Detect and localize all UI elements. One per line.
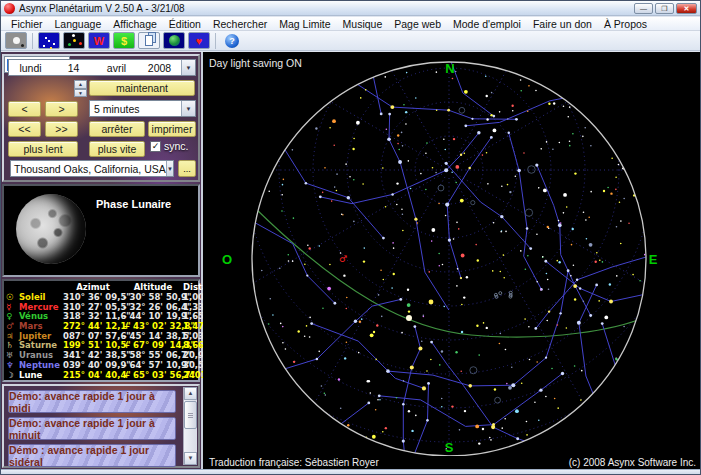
moon-phase-panel: Phase Lunaire bbox=[2, 184, 200, 277]
planet-symbol: ☿ bbox=[6, 302, 19, 312]
location-more-button[interactable]: ... bbox=[178, 160, 196, 177]
menu-edition[interactable]: Édition bbox=[163, 18, 207, 30]
table-row-lune: ☽ Lune 215° 04' 40,4" + 65° 03' 56,7" 24… bbox=[4, 370, 198, 380]
chevron-down-icon[interactable]: ▼ bbox=[166, 161, 173, 176]
planet-name: Lune bbox=[19, 370, 63, 380]
maximize-button[interactable]: ❐ bbox=[655, 3, 674, 14]
header-azimut: Azimut bbox=[63, 282, 123, 292]
svg-text:E: E bbox=[649, 252, 658, 267]
planet-symbol: ☽ bbox=[6, 370, 19, 380]
step-back-button[interactable]: < bbox=[8, 101, 41, 117]
donate-dollar-icon[interactable]: $ bbox=[113, 32, 135, 49]
planet-symbol: ♆ bbox=[6, 360, 19, 370]
menu-language[interactable]: Language bbox=[49, 18, 108, 30]
menu-page-web[interactable]: Page web bbox=[388, 18, 447, 30]
menu-fichier[interactable]: Fichier bbox=[5, 18, 49, 30]
sky-view[interactable]: Day light saving ON ♂NOES bbox=[203, 52, 701, 456]
demo-scrollbar[interactable]: ▲ ▼ bbox=[183, 387, 197, 465]
web-w-icon[interactable]: W bbox=[88, 32, 110, 49]
planet-symbol: ♅ bbox=[6, 350, 19, 360]
copy-icon[interactable] bbox=[138, 32, 160, 49]
chevron-down-icon[interactable]: ▼ bbox=[181, 60, 195, 75]
moon-image bbox=[16, 194, 86, 264]
planet-name: Uranus bbox=[19, 350, 63, 360]
menu-mode-emploi[interactable]: Mode d'emploi bbox=[447, 18, 527, 30]
fast-forward-button[interactable]: >> bbox=[45, 121, 78, 137]
planet-symbol: ☉ bbox=[6, 292, 19, 302]
planet-table: Azimut Altitude Distance ☉ Soleil 310° 3… bbox=[2, 279, 200, 382]
daylight-saving-label: Day light saving ON bbox=[209, 57, 302, 69]
date-day: 14 bbox=[52, 62, 95, 74]
print-button[interactable]: imprimer bbox=[148, 121, 196, 137]
demo-panel: Démo: avance rapide 1 jour à midi Démo: … bbox=[2, 384, 200, 468]
planet-symbol: ♂ bbox=[6, 321, 19, 331]
demo-midnight-button[interactable]: Démo: avance rapide 1 jour à minuit bbox=[8, 417, 176, 440]
star-chart[interactable]: ♂NOES bbox=[203, 52, 701, 456]
menu-faire-un-don[interactable]: Faire un don bbox=[527, 18, 598, 30]
header-altitude: Altitude bbox=[123, 282, 183, 292]
sync-label: sync. bbox=[164, 140, 189, 152]
interval-combobox[interactable]: 5 minutes ▼ bbox=[89, 100, 196, 117]
planet-name: Neptune bbox=[19, 360, 63, 370]
now-button[interactable]: maintenant bbox=[89, 80, 195, 96]
help-icon[interactable]: ? bbox=[221, 32, 243, 49]
scrollbar-thumb[interactable] bbox=[184, 401, 197, 429]
image-icon[interactable] bbox=[5, 32, 27, 49]
toolbar-separator bbox=[32, 33, 33, 49]
menu-musique[interactable]: Musique bbox=[337, 18, 389, 30]
sync-checkbox[interactable]: ✓ bbox=[150, 141, 161, 152]
title-bar: Asynx Planétarium V 2.50 A - 3/21/08 — ❐… bbox=[1, 1, 700, 16]
planet-name: Saturne bbox=[19, 340, 63, 350]
table-row-soleil: ☉ Soleil 310° 36' 09,5" - 30° 58' 50,9" … bbox=[4, 292, 198, 302]
spinner-down-icon[interactable]: ▼ bbox=[74, 89, 87, 98]
sky-column: Day light saving ON ♂NOES Traduction fra… bbox=[203, 52, 701, 469]
step-forward-button[interactable]: > bbox=[45, 101, 78, 117]
scroll-up-icon[interactable]: ▲ bbox=[184, 387, 197, 400]
svg-text:S: S bbox=[445, 440, 454, 455]
date-combobox[interactable]: lundi 14 avril 2008 ▼ bbox=[8, 59, 196, 76]
menu-mag-limite[interactable]: Mag Limite bbox=[273, 18, 336, 30]
interval-value: 5 minutes bbox=[90, 103, 140, 115]
date-year: 2008 bbox=[138, 62, 181, 74]
planet-name: Vénus bbox=[19, 311, 63, 321]
location-value: Thousand Oaks, California, USA bbox=[11, 163, 166, 175]
planet-name: Mars bbox=[19, 321, 63, 331]
constellation-icon[interactable] bbox=[38, 32, 60, 49]
planet-table-header: Azimut Altitude Distance bbox=[4, 281, 198, 292]
menu-affichage[interactable]: Affichage bbox=[107, 18, 163, 30]
heart-icon[interactable]: ♥ bbox=[188, 32, 210, 49]
slower-button[interactable]: plus lent bbox=[8, 141, 78, 157]
stop-button[interactable]: arrêter bbox=[89, 121, 145, 137]
main-content: lundi 14 avril 2008 ▼ 22 :09:53 ▲ ▼ main… bbox=[1, 52, 700, 469]
status-translation: Traduction française: Sébastien Royer bbox=[209, 457, 379, 468]
planets-icon[interactable] bbox=[63, 32, 85, 49]
status-copyright: (c) 2008 Asynx Software Inc. bbox=[569, 457, 696, 468]
planet-symbol: ♄ bbox=[6, 340, 19, 350]
table-row-saturne: ♄ Saturne 199° 51' 10,5" + 67° 09' 14,3"… bbox=[4, 340, 198, 350]
svg-text:N: N bbox=[445, 61, 454, 76]
demo-noon-button[interactable]: Démo: avance rapide 1 jour à midi bbox=[8, 390, 176, 413]
planet-name: Jupiter bbox=[19, 331, 63, 341]
svg-text:♂: ♂ bbox=[339, 254, 347, 264]
scroll-down-icon[interactable]: ▼ bbox=[184, 452, 197, 465]
close-button[interactable]: ✕ bbox=[676, 3, 697, 14]
minimize-button[interactable]: — bbox=[634, 3, 653, 14]
menu-a-propos[interactable]: À Propos bbox=[598, 18, 653, 30]
table-row-venus: ♀ Vénus 318° 32' 11,6" - 44° 10' 19,9" 1… bbox=[4, 311, 198, 321]
planet-name: Soleil bbox=[19, 292, 63, 302]
globe-icon[interactable] bbox=[163, 32, 185, 49]
demo-sidereal-button[interactable]: Démo : avance rapide 1 jour sidéral bbox=[8, 444, 176, 467]
left-panel: lundi 14 avril 2008 ▼ 22 :09:53 ▲ ▼ main… bbox=[1, 52, 203, 469]
table-row-mercure: ☿ Mercure 310° 27' 05,5" - 32° 26' 06,4"… bbox=[4, 302, 198, 312]
status-bar: Traduction française: Sébastien Royer (c… bbox=[203, 456, 701, 469]
datetime-controls: lundi 14 avril 2008 ▼ 22 :09:53 ▲ ▼ main… bbox=[2, 54, 200, 182]
menu-rechercher[interactable]: Rechercher bbox=[207, 18, 273, 30]
table-row-neptune: ♆ Neptune 039° 40' 09,9" - 64° 57' 10,9"… bbox=[4, 360, 198, 370]
faster-button[interactable]: plus vite bbox=[89, 141, 145, 157]
planet-name: Mercure bbox=[19, 302, 63, 312]
location-combobox[interactable]: Thousand Oaks, California, USA ▼ bbox=[10, 160, 174, 177]
chevron-down-icon[interactable]: ▼ bbox=[181, 101, 195, 116]
fast-back-button[interactable]: << bbox=[8, 121, 41, 137]
spinner-up-icon[interactable]: ▲ bbox=[74, 80, 87, 89]
moon-phase-label: Phase Lunaire bbox=[96, 198, 171, 210]
